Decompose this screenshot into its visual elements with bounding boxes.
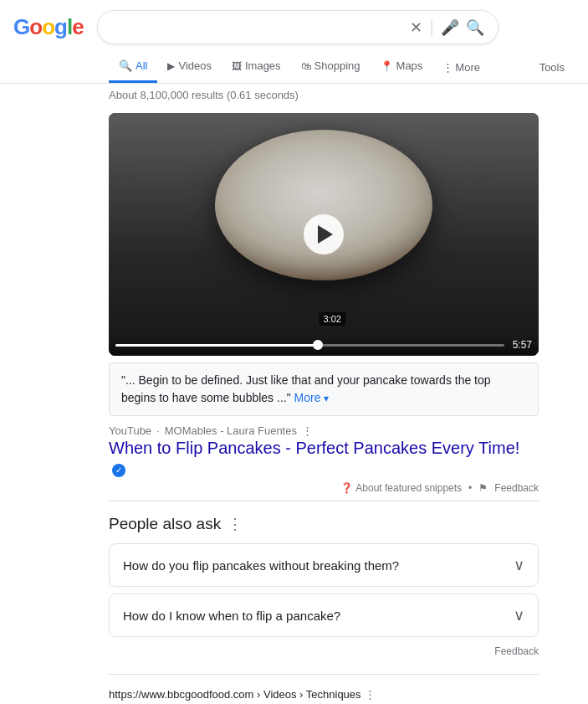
transcript-more-button[interactable]: More ▾ [294,391,330,404]
tools-tab[interactable]: Tools [529,53,575,82]
video-thumbnail[interactable]: 3:02 [109,113,539,356]
chevron-down-icon: ▾ [324,393,329,404]
logo-letter-g: G [13,14,29,40]
tab-maps[interactable]: 📍 Maps [371,51,433,83]
about-featured-snippets-link[interactable]: ❓ About featured snippets [340,482,462,494]
source-channel: MOMables - Laura Fuentes [165,424,297,437]
transcript-box: "... Begin to be defined. Just like that… [109,362,539,416]
tab-shopping-label: Shopping [314,59,360,72]
divider [109,674,539,675]
paa-title: People also ask ⋮ [109,515,539,533]
shopping-nav-icon: 🛍 [301,60,311,72]
flag-icon: ⚑ [478,482,488,494]
video-feedback-label[interactable]: Feedback [494,482,539,494]
nav-tabs: 🔍 All ▶ Videos 🖼 Images 🛍 Shopping 📍 Map… [0,44,588,84]
paa-feedback-row[interactable]: Feedback [109,644,539,660]
paa-question-1: How do you flip pancakes without breakin… [123,558,399,573]
more-label: More [455,61,480,74]
divider: | [429,18,433,37]
more-tab[interactable]: ⋮ More [432,53,490,82]
video-controls: 5:57 [109,336,539,356]
tab-all-label: All [135,59,147,72]
search-bar: how to flip a pancake ✕ | 🎤 🔍 [97,10,499,44]
logo-letter-o2: o [42,14,54,40]
tab-shopping[interactable]: 🛍 Shopping [291,51,371,83]
search-nav-icon: 🔍 [119,59,132,72]
current-time-badge: 3:02 [320,312,345,326]
source-line: YouTube · MOMables - Laura Fuentes ⋮ [109,424,539,437]
more-dots-icon: ⋮ [442,61,453,74]
logo-letter-g2: g [54,14,67,40]
progress-bar-container: 5:57 [115,339,532,351]
logo-letter-o1: o [29,14,42,40]
video-card: 3:02 5:57 [109,113,539,356]
play-icon [318,225,333,244]
results-info: About 8,100,000 results (0.61 seconds) [0,84,588,106]
progress-bar[interactable] [115,344,504,347]
tab-images-label: Images [245,59,281,72]
microphone-icon[interactable]: 🎤 [441,18,459,37]
paa-options-icon[interactable]: ⋮ [228,515,243,533]
search-submit-icon[interactable]: 🔍 [466,18,484,37]
google-logo: Google [13,14,84,40]
video-duration: 5:57 [513,339,532,351]
paa-item-1[interactable]: How do you flip pancakes without breakin… [109,543,539,587]
progress-thumb[interactable] [313,340,323,350]
tab-maps-label: Maps [396,59,423,72]
paa-question-2: How do I know when to flip a pancake? [123,609,340,623]
chevron-down-icon-1: ∨ [514,556,524,574]
question-icon: ❓ [340,482,353,494]
chevron-down-icon-2: ∨ [514,606,524,624]
video-nav-icon: ▶ [167,60,175,72]
paa-item-2[interactable]: How do I know when to flip a pancake? ∨ [109,594,539,637]
tools-label: Tools [539,61,565,74]
result-options-icon[interactable]: ⋮ [302,424,313,437]
paa-feedback-label: Feedback [494,645,539,657]
search-input[interactable]: how to flip a pancake [111,20,404,35]
main-content: 3:02 5:57 "... Begin to be defined. Just… [0,106,552,704]
image-nav-icon: 🖼 [232,60,242,72]
tab-all[interactable]: 🔍 All [109,51,157,83]
bbc-options-icon[interactable]: ⋮ [365,688,376,701]
result-url-line: https://www.bbcgoodfood.com › Videos › T… [109,688,539,701]
video-feedback-row: ❓ About featured snippets • ⚑ Feedback [109,479,539,501]
people-also-ask-section: People also ask ⋮ How do you flip pancak… [109,515,539,660]
tab-videos-label: Videos [178,59,212,72]
verified-icon: ✓ [112,464,125,477]
header: Google how to flip a pancake ✕ | 🎤 🔍 [0,0,588,44]
video-feedback-icon[interactable]: ⚑ [478,482,488,494]
tab-images[interactable]: 🖼 Images [222,51,291,83]
clear-icon[interactable]: ✕ [410,18,422,37]
progress-fill [115,344,318,347]
bbc-result: https://www.bbcgoodfood.com › Videos › T… [109,688,539,704]
maps-nav-icon: 📍 [381,60,393,72]
logo-letter-e: e [72,14,83,40]
play-button[interactable] [304,214,344,254]
result-url-text: https://www.bbcgoodfood.com › Videos › T… [109,688,361,701]
feedback-separator: • [468,482,472,494]
tab-videos[interactable]: ▶ Videos [157,51,222,83]
source-youtube: YouTube [109,424,151,437]
video-result-title[interactable]: When to Flip Pancakes - Perfect Pancakes… [109,439,539,477]
